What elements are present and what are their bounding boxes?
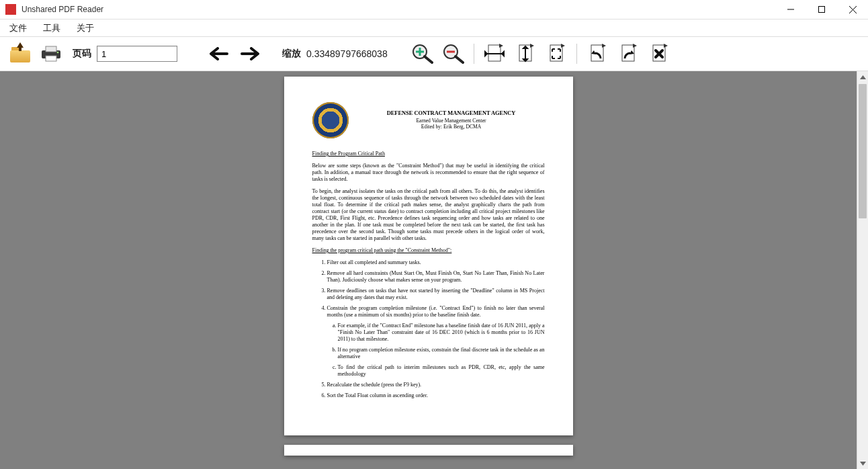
titlebar: Unshared PDF Reader — [0, 0, 868, 19]
next-page-button[interactable] — [236, 40, 263, 67]
pdf-page-1: DEFENSE CONTRACT MANAGEMENT AGENCY Earne… — [284, 77, 573, 435]
print-button[interactable] — [38, 40, 64, 67]
zoom-out-icon — [443, 44, 464, 64]
svg-rect-6 — [46, 56, 56, 61]
document-viewport[interactable]: DEFENSE CONTRACT MANAGEMENT AGENCY Earne… — [0, 71, 857, 469]
maximize-icon — [818, 6, 825, 13]
menu-file[interactable]: 文件 — [7, 21, 30, 36]
open-file-button[interactable] — [7, 40, 34, 67]
toolbar-separator — [474, 44, 474, 64]
rotate-right-button[interactable] — [615, 40, 642, 67]
toolbar-separator — [576, 44, 577, 64]
doc-list-item: Remove all hard constraints (Must Start … — [327, 270, 545, 284]
minimize-button[interactable] — [775, 0, 806, 19]
close-button[interactable] — [837, 0, 868, 19]
viewer-area: DEFENSE CONTRACT MANAGEMENT AGENCY Earne… — [0, 71, 868, 469]
vertical-scrollbar[interactable] — [857, 71, 868, 469]
svg-rect-17 — [550, 45, 562, 61]
doc-list-item: Remove deadlines on tasks that have not … — [327, 288, 545, 301]
menu-about[interactable]: 关于 — [74, 21, 97, 36]
toolbar: 页码 缩放 0.33489797668038 — [0, 37, 868, 71]
printer-icon — [40, 45, 62, 62]
pdf-page-2 — [284, 445, 573, 456]
minimize-icon — [787, 6, 794, 13]
page-number-input[interactable] — [97, 46, 177, 62]
doc-section-heading: Finding the Program Critical Path — [312, 151, 545, 157]
scrollbar-track[interactable] — [857, 83, 868, 458]
svg-rect-1 — [819, 7, 825, 13]
doc-list-item: Filter out all completed and summary tas… — [327, 259, 545, 266]
zoom-in-icon — [412, 44, 433, 64]
rotate-left-button[interactable] — [584, 40, 611, 67]
page-label: 页码 — [69, 48, 93, 60]
fit-height-icon — [515, 44, 535, 64]
close-doc-button[interactable] — [646, 40, 672, 67]
arrow-left-icon — [210, 47, 228, 60]
chevron-down-icon — [860, 462, 866, 466]
zoom-in-button[interactable] — [409, 40, 436, 67]
doc-list-item: Sort the Total Float column in ascending… — [327, 392, 545, 399]
svg-line-11 — [425, 56, 432, 62]
chevron-up-icon — [860, 75, 866, 79]
menubar: 文件 工具 关于 — [0, 19, 868, 37]
fit-page-icon — [546, 44, 566, 64]
doc-list-text: Constrain the program completion milesto… — [327, 305, 545, 318]
scroll-up-button[interactable] — [857, 71, 868, 83]
arrow-right-icon — [241, 47, 259, 60]
svg-line-14 — [455, 56, 463, 62]
window-title: Unshared PDF Reader — [21, 5, 775, 14]
maximize-button[interactable] — [806, 0, 837, 19]
fit-width-button[interactable] — [481, 40, 508, 67]
scrollbar-thumb[interactable] — [859, 84, 867, 218]
scroll-down-button[interactable] — [857, 458, 868, 469]
svg-point-7 — [57, 52, 59, 54]
menu-tools[interactable]: 工具 — [40, 21, 63, 36]
fit-height-button[interactable] — [512, 40, 539, 67]
doc-title: DEFENSE CONTRACT MANAGEMENT AGENCY — [358, 110, 545, 118]
doc-sublist-item: For example, if the "Contract End" miles… — [338, 323, 545, 343]
zoom-out-button[interactable] — [440, 40, 467, 67]
doc-sublist-item: If no program completion milestone exist… — [338, 347, 545, 360]
fit-page-button[interactable] — [543, 40, 570, 67]
svg-rect-5 — [46, 46, 56, 52]
doc-section-heading: Finding the program critical path using … — [312, 247, 545, 254]
fit-width-icon — [484, 44, 505, 64]
rotate-right-icon — [618, 44, 638, 64]
window-buttons — [775, 0, 868, 19]
rotate-left-icon — [587, 44, 607, 64]
doc-subtitle: Earned Value Management Center — [358, 118, 545, 124]
doc-list-item: Constrain the program completion milesto… — [327, 305, 545, 378]
prev-page-button[interactable] — [206, 40, 232, 67]
app-icon — [5, 4, 16, 15]
doc-paragraph: Below are some steps (known as the "Cons… — [312, 163, 545, 183]
doc-paragraph: To begin, the analyst isolates the tasks… — [312, 188, 545, 242]
zoom-value: 0.33489797668038 — [306, 48, 397, 59]
agency-seal-icon — [312, 102, 349, 138]
doc-edited-by: Edited by: Erik Berg, DCMA — [358, 124, 545, 130]
folder-open-icon — [10, 45, 30, 62]
zoom-label: 缩放 — [278, 48, 302, 60]
close-doc-icon — [649, 44, 669, 64]
doc-sublist-item: To find the critical path to interim mil… — [338, 364, 545, 378]
doc-list-item: Recalculate the schedule (press the F9 k… — [327, 382, 545, 388]
close-icon — [849, 6, 857, 13]
